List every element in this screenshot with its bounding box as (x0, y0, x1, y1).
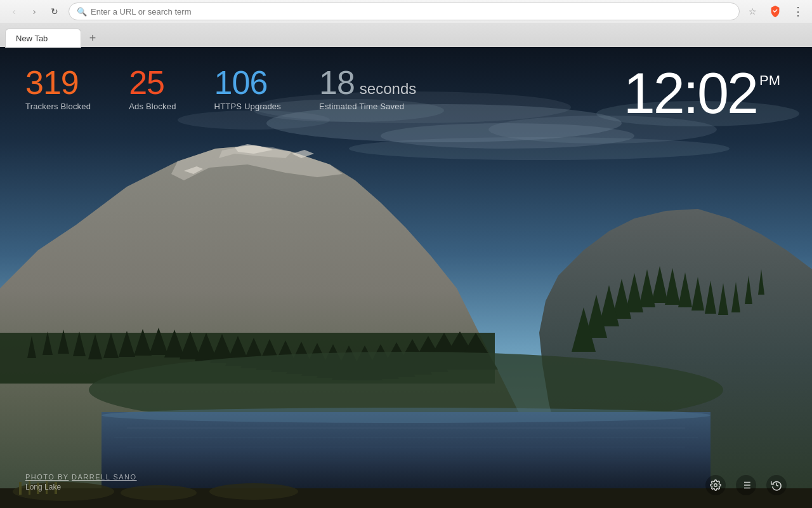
back-button[interactable]: ‹ (5, 3, 23, 20)
menu-dots-icon: ⋮ (792, 4, 804, 18)
titlebar: ‹ › ↻ 🔍 ☆ ⋮ (0, 0, 812, 23)
ads-number: 25 (129, 66, 176, 99)
address-input[interactable] (91, 7, 731, 17)
svg-point-60 (102, 408, 710, 423)
forward-button[interactable]: › (25, 3, 43, 20)
photo-credit: PHOTO BY DARRELL SANO Long Lake (25, 473, 137, 491)
svg-point-68 (209, 483, 298, 500)
tab-bar: New Tab + (0, 23, 812, 47)
ads-stat: 25 Ads Blocked (129, 66, 176, 111)
trackers-number: 319 (25, 66, 91, 99)
svg-point-77 (714, 484, 717, 487)
search-icon: 🔍 (77, 7, 87, 17)
stats-overlay: 319 Trackers Blocked 25 Ads Blocked 106 … (25, 66, 416, 111)
bookmark-star-button[interactable]: ☆ (743, 3, 761, 20)
address-bar-container: 🔍 ☆ (69, 3, 761, 20)
time-stat: 18 seconds Estimated Time Saved (319, 66, 416, 111)
settings-button[interactable] (705, 475, 726, 495)
history-button[interactable] (766, 475, 787, 495)
reload-button[interactable]: ↻ (46, 3, 63, 20)
address-bar: 🔍 (69, 3, 740, 20)
clock-time: 12:02 (624, 65, 757, 122)
time-number-row: 18 seconds (319, 66, 416, 99)
credit-prefix: PHOTO BY (25, 473, 69, 481)
clock-overlay: 12:02 PM (624, 65, 780, 122)
clock-ampm: PM (759, 72, 780, 89)
new-tab-page: 319 Trackers Blocked 25 Ads Blocked 106 … (0, 47, 812, 508)
bookmarks-button[interactable] (736, 475, 756, 495)
time-unit: seconds (360, 80, 416, 98)
https-stat: 106 HTTPS Upgrades (214, 66, 281, 111)
time-label: Estimated Time Saved (319, 102, 416, 111)
trackers-stat: 319 Trackers Blocked (25, 66, 91, 111)
nav-buttons: ‹ › ↻ (5, 3, 63, 20)
photographer-link[interactable]: DARRELL SANO (72, 473, 137, 481)
https-number: 106 (214, 66, 281, 99)
new-tab-button[interactable]: + (84, 29, 102, 47)
active-tab[interactable]: New Tab (5, 29, 81, 48)
photo-by-text: PHOTO BY DARRELL SANO (25, 473, 137, 481)
https-label: HTTPS Upgrades (214, 102, 281, 111)
photo-location: Long Lake (25, 483, 137, 491)
trackers-label: Trackers Blocked (25, 102, 91, 111)
time-number: 18 (319, 66, 355, 99)
svg-point-8 (349, 137, 730, 160)
ads-label: Ads Blocked (129, 102, 176, 111)
tab-label: New Tab (16, 34, 48, 43)
svg-rect-69 (19, 482, 22, 495)
brave-logo-icon (766, 3, 784, 20)
browser-menu-button[interactable]: ⋮ (789, 3, 807, 20)
browser-chrome: ‹ › ↻ 🔍 ☆ ⋮ New Tab + (0, 0, 812, 47)
bottom-controls (705, 475, 787, 495)
